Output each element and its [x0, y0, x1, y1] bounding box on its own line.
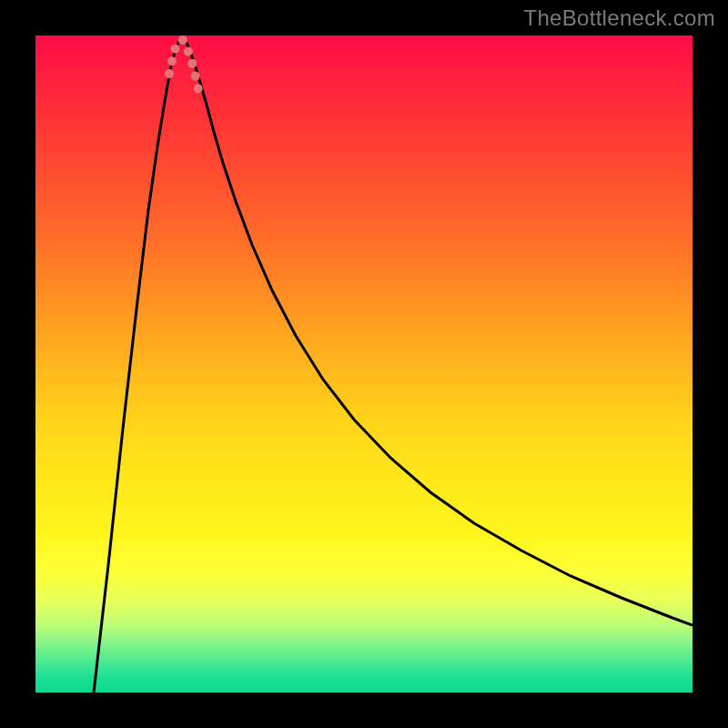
- bottleneck-curve: [94, 39, 693, 693]
- curve-svg: [35, 35, 693, 693]
- valley-highlight-dots: [169, 40, 199, 94]
- watermark-text: TheBottleneck.com: [523, 5, 715, 31]
- outer-frame: TheBottleneck.com: [0, 0, 728, 728]
- plot-area: [35, 35, 693, 693]
